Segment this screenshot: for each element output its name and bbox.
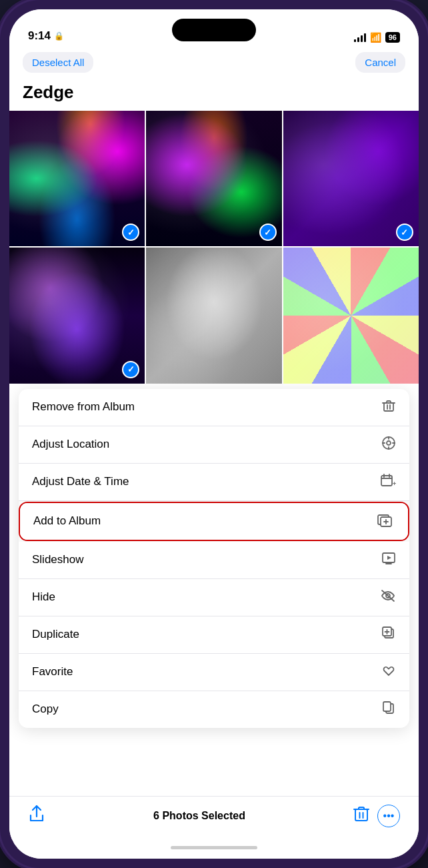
signal-bars [354,33,366,42]
menu-adjust-datetime-icon: + [380,473,396,491]
home-indicator [9,841,419,859]
delete-button[interactable] [353,805,369,827]
photo-6-image [283,248,419,383]
menu-duplicate-label: Duplicate [32,628,79,641]
deselect-all-button[interactable]: Deselect All [23,52,93,73]
photo-2-check [259,224,277,241]
photo-1-check [122,224,139,241]
photo-4-check [122,361,139,378]
battery-level: 96 [385,32,400,43]
menu-copy-label: Copy [32,703,59,716]
ellipsis-icon: ••• [383,810,395,822]
photo-cell-2[interactable] [146,111,281,246]
share-button[interactable] [28,805,45,827]
svg-rect-10 [381,476,392,486]
menu-item-slideshow[interactable]: Slideshow [19,542,409,579]
menu-add-album-label: Add to Album [33,514,101,528]
highlighted-border: Add to Album [19,502,409,541]
dynamic-island [172,19,256,41]
menu-item-adjust-location[interactable]: Adjust Location [19,426,409,464]
status-icons: 📶 96 [354,32,400,43]
menu-item-add-to-album[interactable]: Add to Album [20,503,408,540]
menu-item-hide[interactable]: Hide [19,579,409,616]
signal-bar-2 [357,37,359,42]
photo-cell-1[interactable] [9,111,145,246]
status-time: 9:14 🔒 [28,29,64,43]
menu-remove-album-label: Remove from Album [32,400,135,414]
phone-frame: 9:14 🔒 📶 96 Deselect All Cancel Zedge [0,0,428,868]
photo-3-check [396,224,413,241]
photo-cell-3[interactable] [283,111,419,246]
selected-count: 6 Photos Selected [153,810,245,822]
menu-slideshow-label: Slideshow [32,553,84,566]
signal-bar-1 [354,39,356,42]
menu-add-album-icon [377,512,395,530]
bottom-bar: 6 Photos Selected ••• [9,796,419,841]
menu-slideshow-icon [381,551,396,569]
home-bar [171,846,257,849]
svg-rect-30 [355,809,367,821]
signal-bar-4 [364,33,366,42]
menu-item-remove-album[interactable]: Remove from Album [19,389,409,426]
menu-remove-album-icon [381,398,396,416]
phone-screen: 9:14 🔒 📶 96 Deselect All Cancel Zedge [9,9,419,859]
svg-rect-0 [384,403,393,411]
context-menu: Remove from Album Adjust Location [19,389,409,728]
album-title: Zedge [23,82,405,103]
menu-hide-icon [380,588,396,606]
cancel-button[interactable]: Cancel [355,52,405,73]
menu-favorite-label: Favorite [32,665,73,679]
menu-hide-label: Hide [32,590,55,604]
menu-item-copy[interactable]: Copy [19,691,409,728]
menu-adjust-location-label: Adjust Location [32,438,109,451]
more-button[interactable]: ••• [377,805,400,827]
photo-cell-4[interactable] [9,248,145,383]
lock-icon: 🔒 [54,31,64,41]
wifi-icon: 📶 [370,32,381,43]
menu-duplicate-icon [381,626,396,644]
menu-favorite-icon [381,663,396,681]
menu-adjust-datetime-label: Adjust Date & Time [32,475,129,488]
menu-copy-icon [381,701,396,719]
svg-text:+: + [393,480,396,487]
menu-item-adjust-datetime[interactable]: Adjust Date & Time + [19,464,409,501]
menu-item-duplicate[interactable]: Duplicate [19,616,409,654]
menu-adjust-location-icon [381,436,396,454]
signal-bar-3 [361,35,363,42]
svg-point-5 [387,441,391,445]
album-title-area: Zedge [9,79,419,111]
top-nav: Deselect All Cancel [9,48,419,79]
photo-cell-5[interactable] [146,248,281,383]
menu-item-favorite[interactable]: Favorite [19,654,409,691]
photo-cell-6[interactable] [283,248,419,383]
time-display: 9:14 [28,29,51,43]
svg-marker-20 [387,556,391,560]
photo-5-image [146,248,281,383]
svg-rect-29 [383,702,391,711]
photo-grid [9,111,419,384]
